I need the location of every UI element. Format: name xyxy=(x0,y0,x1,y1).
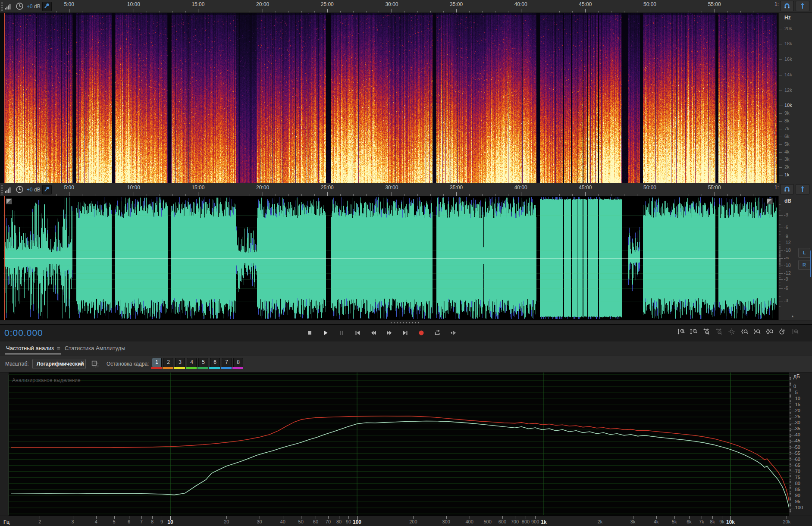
skip-selection-button[interactable] xyxy=(447,328,459,339)
stop-button[interactable] xyxy=(304,328,316,339)
zoom-in-left-edge-button[interactable] xyxy=(739,328,750,338)
db-axis-tick xyxy=(790,485,791,485)
frequency-axis-tick xyxy=(689,516,690,519)
timeline-tick xyxy=(482,194,483,196)
pin-toggle-button[interactable] xyxy=(42,2,52,11)
pause-button[interactable] xyxy=(335,328,348,339)
timeline-tick xyxy=(211,11,211,13)
waveform-canvas[interactable] xyxy=(3,196,777,320)
db-minor-tick xyxy=(779,285,781,285)
zoom-reset-button[interactable] xyxy=(726,328,737,338)
frequency-tick xyxy=(779,44,782,44)
waveform-timeline-ruler[interactable]: +0 dB 5:0010:0015:0020:0025:0030:0035:00… xyxy=(0,183,812,196)
db-tick-label: -3 xyxy=(784,212,788,217)
magnet-snap-button[interactable] xyxy=(780,184,794,194)
zoom-vertical-reset-button[interactable] xyxy=(789,328,800,338)
db-axis-tick xyxy=(790,467,791,467)
zoom-in-amplitude-button[interactable] xyxy=(675,328,687,338)
hold-button-5[interactable]: 5 xyxy=(198,358,208,367)
playhead-line[interactable] xyxy=(4,13,5,183)
fade-out-handle[interactable] xyxy=(767,198,773,204)
play-button[interactable] xyxy=(320,328,332,339)
tab-frequency-analysis[interactable]: Частотный анализ≡ xyxy=(6,345,60,351)
db-axis-tick xyxy=(790,493,791,494)
timeline-tick xyxy=(534,194,534,196)
panel-grip[interactable] xyxy=(1,2,3,11)
db-axis-tick xyxy=(790,442,791,443)
db-axis-tick xyxy=(790,415,791,415)
hold-button-1[interactable]: 1 xyxy=(152,358,162,367)
frequency-tick xyxy=(779,152,782,153)
db-axis-tick xyxy=(790,454,791,455)
hold-button-2[interactable]: 2 xyxy=(163,358,173,367)
left-channel-button[interactable]: L xyxy=(798,248,810,258)
db-minor-tick xyxy=(779,296,781,297)
scale-dropdown[interactable]: Логарифмический xyxy=(32,359,86,369)
right-channel-button[interactable]: R xyxy=(798,260,810,270)
spectrogram-canvas[interactable] xyxy=(3,13,777,183)
time-display[interactable]: 0:00.000 xyxy=(4,328,43,338)
vertical-scrollbar-thumb[interactable] xyxy=(810,250,811,277)
db-minor-tick xyxy=(779,204,781,205)
record-button[interactable] xyxy=(415,328,427,339)
db-axis-tick xyxy=(790,502,793,502)
frequency-axis-tick xyxy=(526,516,526,519)
db-axis-tick xyxy=(790,400,791,401)
zoom-out-time-button[interactable] xyxy=(713,328,724,338)
clock-icon[interactable] xyxy=(16,185,24,194)
frequency-tick-label: 6k xyxy=(784,134,790,139)
rewind-button[interactable] xyxy=(367,328,379,339)
frequency-tick-label: 18k xyxy=(784,41,792,46)
amplitude-scale-ruler[interactable]: dB ▲ -3-3-6-6-9-9-12-12-18-18-∞ xyxy=(778,196,812,320)
waveform-view[interactable]: dB ▲ -3-3-6-6-9-9-12-12-18-18-∞ L R xyxy=(0,196,812,320)
frequency-axis-label: 10 xyxy=(161,519,180,525)
copy-graph-data-button[interactable] xyxy=(91,360,99,368)
zoom-to-playhead-button[interactable] xyxy=(776,328,787,338)
timeline-tick xyxy=(95,11,95,13)
hold-button-7[interactable]: 7 xyxy=(222,358,232,367)
marker-tool-button[interactable] xyxy=(796,1,809,11)
panel-menu-icon[interactable]: ≡ xyxy=(57,345,60,351)
playhead-line[interactable] xyxy=(4,196,5,320)
timeline-tick xyxy=(301,194,302,196)
zoom-in-time-button[interactable] xyxy=(701,328,712,338)
panel-grip[interactable] xyxy=(1,185,3,194)
db-axis-tick xyxy=(790,410,791,410)
db-axis-tick xyxy=(790,473,791,473)
go-to-start-button[interactable] xyxy=(351,328,364,339)
hold-button-8[interactable]: 8 xyxy=(233,358,243,367)
frequency-tick-label: 9k xyxy=(784,110,790,116)
spectrogram-view[interactable]: Hz 20k18k16k14k12k10k9k8k7k6k5k4k3k2k1k xyxy=(0,13,812,183)
zoom-out-amplitude-button[interactable] xyxy=(688,328,699,338)
hold-button-4[interactable]: 4 xyxy=(187,358,197,367)
db-axis-tick xyxy=(790,482,791,483)
gain-display[interactable]: +0 dB xyxy=(27,3,41,9)
zoom-to-selection-button[interactable] xyxy=(764,328,775,338)
loop-playback-button[interactable] xyxy=(431,328,443,339)
frequency-axis-label: 300 xyxy=(437,519,456,524)
db-minor-tick xyxy=(779,272,781,272)
fast-forward-button[interactable] xyxy=(383,328,395,339)
frequency-tick xyxy=(779,175,783,175)
hold-button-3[interactable]: 3 xyxy=(175,358,185,367)
timeline-tick xyxy=(689,11,689,13)
marker-tool-button[interactable] xyxy=(796,184,809,194)
clock-icon[interactable] xyxy=(16,2,24,10)
magnet-snap-button[interactable] xyxy=(780,1,794,11)
hold-button-6[interactable]: 6 xyxy=(210,358,220,367)
zoom-in-right-edge-button[interactable] xyxy=(751,328,762,338)
gain-display[interactable]: +0 dB xyxy=(27,187,41,193)
spectral-timeline-ruler[interactable]: +0 dB 5:0010:0015:0020:0025:0030:0035:00… xyxy=(0,0,812,13)
pin-toggle-button[interactable] xyxy=(42,185,52,194)
tab-amplitude-statistics[interactable]: Статистика Амплитуды xyxy=(65,345,125,351)
frequency-tick-label: 2k xyxy=(784,164,790,169)
timeline-tick xyxy=(650,192,650,196)
go-to-end-button[interactable] xyxy=(399,328,411,339)
timeline-tick xyxy=(82,194,82,196)
frequency-analysis-plot[interactable] xyxy=(9,373,789,516)
scale-scroll-arrow-icon[interactable]: ▲ xyxy=(791,314,794,318)
fade-in-handle[interactable] xyxy=(6,198,12,204)
frequency-scale-ruler[interactable]: Hz 20k18k16k14k12k10k9k8k7k6k5k4k3k2k1k xyxy=(778,13,812,183)
frequency-axis-tick xyxy=(96,516,97,519)
hold-color-strip xyxy=(198,367,208,369)
